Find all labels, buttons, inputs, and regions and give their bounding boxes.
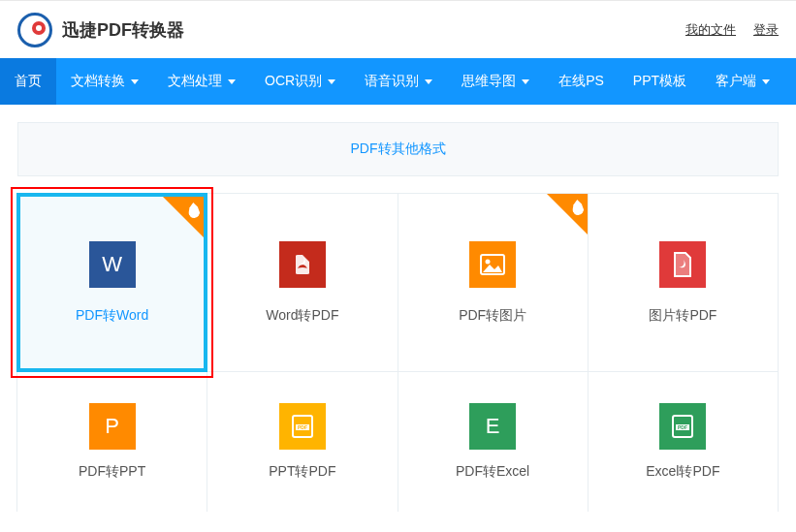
nav-voice[interactable]: 语音识别 (350, 58, 447, 105)
icon-letter: E (486, 414, 500, 439)
hot-badge-icon (163, 197, 204, 237)
icon-letter: W (102, 252, 122, 277)
card-pdf-to-word[interactable]: W PDF转Word (16, 193, 207, 372)
card-pdf-to-excel[interactable]: E PDF转Excel (398, 371, 589, 512)
pdf-file-icon (659, 241, 706, 288)
hot-badge-icon (547, 194, 588, 235)
nav-ppt-template[interactable]: PPT模板 (619, 58, 701, 105)
chevron-down-icon (228, 79, 236, 84)
nav-label: 在线PS (558, 73, 604, 90)
logo-icon (17, 13, 52, 47)
icon-letter: P (105, 414, 119, 439)
svg-point-1 (486, 259, 491, 264)
main: PDF转其他格式 W PDF转Word Word转PDF PDF转图片 图片转P (0, 105, 796, 529)
svg-text:PDF: PDF (298, 424, 307, 430)
nav-label: 文档转换 (71, 73, 125, 90)
word-icon: W (89, 241, 136, 288)
category-label: PDF转其他格式 (351, 141, 446, 158)
card-grid-row2: P PDF转PPT PDF PPT转PDF E PDF转Excel PDF Ex… (17, 372, 779, 512)
pdf-icon (279, 241, 326, 288)
card-image-to-pdf[interactable]: 图片转PDF (588, 193, 779, 372)
category-bar[interactable]: PDF转其他格式 (17, 122, 779, 176)
card-label: Excel转PDF (646, 463, 719, 481)
header-links: 我的文件 登录 (685, 21, 779, 39)
nav-online-ps[interactable]: 在线PS (544, 58, 619, 105)
card-pdf-to-image[interactable]: PDF转图片 (398, 193, 589, 372)
nav-label: PPT模板 (633, 73, 686, 90)
nav-home[interactable]: 首页 (0, 58, 56, 105)
login-link[interactable]: 登录 (753, 21, 779, 39)
card-ppt-to-pdf[interactable]: PDF PPT转PDF (207, 371, 398, 512)
pdf-badge-icon: PDF (279, 403, 326, 450)
card-label: PDF转Excel (456, 463, 529, 481)
nav-label: 首页 (15, 73, 42, 90)
image-icon (469, 241, 516, 288)
card-label: Word转PDF (266, 307, 338, 325)
nav-label: 文档处理 (168, 73, 222, 90)
svg-text:PDF: PDF (678, 424, 687, 430)
nav-label: OCR识别 (265, 73, 322, 90)
card-pdf-to-ppt[interactable]: P PDF转PPT (16, 371, 207, 512)
ppt-icon: P (89, 403, 136, 450)
brand: 迅捷PDF转换器 (17, 13, 184, 47)
nav-label: 思维导图 (462, 73, 516, 90)
card-label: 图片转PDF (649, 307, 716, 325)
pdf-badge-icon: PDF (659, 403, 706, 450)
card-word-to-pdf[interactable]: Word转PDF (207, 193, 398, 372)
nav-doc-convert[interactable]: 文档转换 (56, 58, 153, 105)
nav-label: 客户端 (716, 73, 756, 90)
chevron-down-icon (131, 79, 139, 84)
chevron-down-icon (762, 79, 770, 84)
nav-bar: 首页 文档转换 文档处理 OCR识别 语音识别 思维导图 在线PS PPT模板 … (0, 58, 796, 105)
card-label: PDF转Word (76, 307, 148, 325)
card-label: PDF转图片 (459, 307, 526, 325)
brand-name: 迅捷PDF转换器 (62, 18, 184, 42)
my-files-link[interactable]: 我的文件 (685, 21, 736, 39)
nav-doc-process[interactable]: 文档处理 (153, 58, 250, 105)
chevron-down-icon (328, 79, 335, 84)
header: 迅捷PDF转换器 我的文件 登录 (0, 0, 796, 58)
nav-client[interactable]: 客户端 (701, 58, 784, 105)
card-grid: W PDF转Word Word转PDF PDF转图片 图片转PDF (17, 194, 779, 372)
card-label: PDF转PPT (79, 463, 145, 481)
card-excel-to-pdf[interactable]: PDF Excel转PDF (588, 371, 779, 512)
nav-label: 语音识别 (365, 73, 419, 90)
nav-mindmap[interactable]: 思维导图 (447, 58, 544, 105)
chevron-down-icon (522, 79, 529, 84)
nav-ocr[interactable]: OCR识别 (250, 58, 350, 105)
chevron-down-icon (425, 79, 432, 84)
card-label: PPT转PDF (269, 463, 335, 481)
excel-icon: E (469, 403, 516, 450)
